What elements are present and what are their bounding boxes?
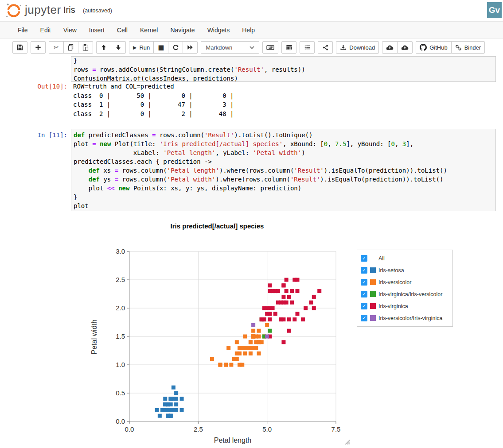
data-point — [287, 329, 291, 333]
data-point — [290, 289, 294, 293]
data-point — [238, 351, 242, 355]
table-view-button[interactable] — [281, 41, 296, 54]
download-button[interactable]: Download — [336, 41, 379, 54]
code-line: def xs = rows.column('Petal length').whe… — [74, 166, 495, 175]
save-button[interactable] — [12, 41, 27, 54]
restart-run-all-button[interactable] — [183, 41, 198, 54]
legend-label: Iris-virginica — [378, 303, 408, 309]
cloud-upload-button[interactable] — [397, 41, 413, 54]
code-line: rows = rows.addColumns(StringColumn.crea… — [74, 65, 495, 74]
jupyter-logo-icon[interactable] — [4, 2, 23, 20]
data-point — [180, 397, 184, 401]
data-point — [271, 306, 275, 310]
x-tick-label: 2.5 — [194, 425, 203, 433]
copy-icon — [67, 44, 74, 51]
data-point — [240, 346, 244, 350]
data-point — [257, 329, 261, 333]
data-point — [158, 414, 162, 418]
binder-button[interactable]: Binder — [451, 41, 485, 54]
menu-help[interactable]: Help — [236, 27, 261, 34]
menu-edit[interactable]: Edit — [34, 27, 57, 34]
cell-type-select[interactable]: Markdown — [201, 41, 259, 54]
data-point — [246, 346, 250, 350]
confusion-matrix-output: ROW=truth and COL=predicted class 0 | 50… — [73, 82, 234, 118]
data-point — [281, 283, 285, 287]
code-line: plot — [74, 201, 495, 210]
legend-label: All — [378, 255, 385, 262]
restart-kernel-button[interactable] — [168, 41, 183, 54]
command-palette-button[interactable] — [262, 41, 278, 54]
move-cell-up-button[interactable] — [96, 41, 111, 54]
legend-item-3: ✓Iris-virginica — [357, 300, 452, 312]
data-point — [265, 323, 269, 327]
x-tick-label: 7.5 — [331, 425, 341, 433]
data-point — [254, 340, 258, 344]
run-icon: ▶ — [133, 45, 136, 50]
binder-link-icon — [455, 44, 462, 51]
legend-checkbox[interactable]: ✓ — [361, 291, 367, 297]
code-line: } — [74, 56, 495, 65]
menu-insert[interactable]: Insert — [83, 27, 111, 34]
autosave-status: (autosaved) — [83, 8, 112, 14]
code-line: predictedClasses.each { prediction -> — [74, 157, 495, 166]
menu-cell[interactable]: Cell — [111, 27, 134, 34]
cut-icon: ✂ — [54, 44, 59, 50]
plus-icon — [35, 44, 41, 50]
menu-kernel[interactable]: Kernel — [134, 27, 164, 34]
y-tick-label: 2.0 — [116, 304, 125, 312]
github-button[interactable]: GitHub — [416, 41, 451, 54]
y-axis-label: Petal width — [90, 308, 98, 366]
data-point — [224, 363, 228, 367]
menu-view[interactable]: View — [57, 27, 83, 34]
cloud-download-icon — [386, 44, 394, 50]
github-label: GitHub — [429, 44, 447, 51]
restart-icon — [172, 44, 179, 51]
toc-button[interactable] — [300, 41, 315, 54]
cloud-download-button[interactable] — [382, 41, 398, 54]
menu-widgets[interactable]: Widgets — [201, 27, 236, 34]
legend-checkbox[interactable]: ✓ — [361, 279, 367, 286]
legend-checkbox[interactable]: ✓ — [361, 255, 367, 262]
cut-button[interactable]: ✂ — [49, 41, 64, 54]
legend-item-0: ✓Iris-setosa — [357, 264, 452, 276]
legend-checkbox[interactable]: ✓ — [361, 267, 367, 274]
paste-button[interactable] — [78, 41, 93, 54]
jupyter-logo-text[interactable]: jupyter — [25, 3, 61, 17]
data-point — [172, 386, 175, 390]
plot-resize-handle[interactable] — [344, 439, 350, 444]
legend-item-4: ✓Iris-versicolor/Iris-virginica — [357, 312, 452, 324]
binder-label: Binder — [464, 44, 481, 51]
legend-item-all: ✓All — [357, 252, 452, 264]
move-cell-down-button[interactable] — [111, 41, 126, 54]
data-point — [296, 278, 300, 282]
data-point — [304, 306, 308, 310]
legend-checkbox[interactable]: ✓ — [361, 315, 367, 321]
menu-navigate[interactable]: Navigate — [164, 27, 201, 34]
data-point — [254, 346, 258, 350]
code-line: def ys = rows.column('Petal width').wher… — [74, 175, 495, 184]
data-point — [281, 295, 285, 299]
share-button[interactable] — [318, 41, 333, 54]
insert-cell-button[interactable] — [31, 41, 46, 54]
y-tick-label: 0.5 — [116, 389, 125, 397]
data-point — [281, 340, 285, 344]
data-point — [257, 351, 261, 355]
save-icon — [16, 44, 23, 51]
data-point — [260, 317, 264, 321]
run-button[interactable]: ▶Run — [129, 41, 154, 54]
legend-checkbox[interactable]: ✓ — [361, 303, 367, 309]
series-color-swatch — [370, 279, 376, 285]
data-point — [290, 301, 294, 305]
data-point — [251, 335, 255, 339]
notebook-title[interactable]: Iris — [63, 5, 75, 15]
copy-button[interactable] — [63, 41, 78, 54]
data-point — [273, 312, 277, 316]
code-cell-above-input[interactable]: }rows = rows.addColumns(StringColumn.cre… — [71, 56, 496, 82]
data-point — [265, 335, 269, 339]
code-cell-input[interactable]: def predictedClasses = rows.column('Resu… — [71, 129, 496, 211]
data-point — [287, 295, 291, 299]
data-point — [169, 397, 173, 401]
data-point — [276, 301, 280, 305]
interrupt-kernel-button[interactable]: ■ — [153, 41, 168, 54]
menu-file[interactable]: File — [12, 27, 34, 34]
